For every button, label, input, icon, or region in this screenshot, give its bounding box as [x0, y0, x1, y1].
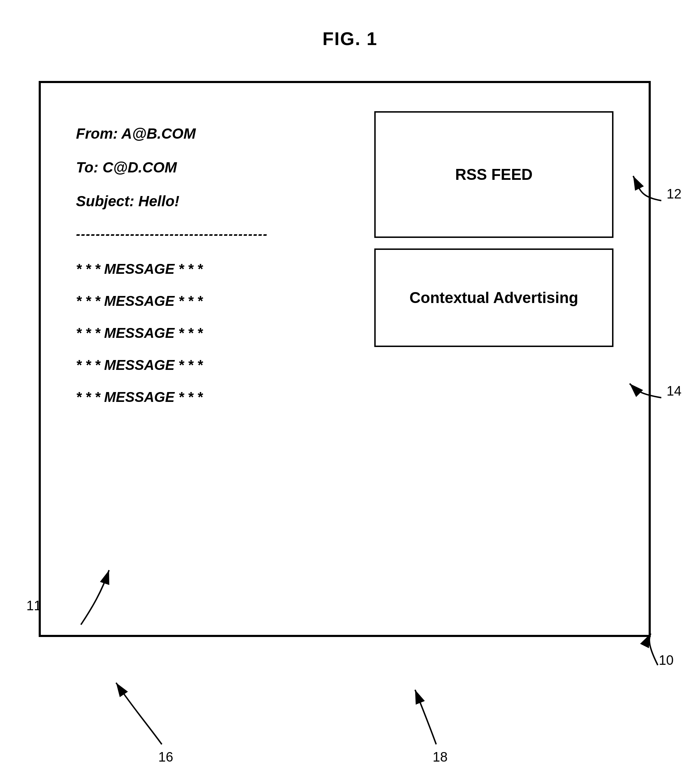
figure-title: FIG. 1 — [0, 28, 700, 49]
ref-12: 12 — [667, 187, 682, 202]
right-panels: RSS FEED Contextual Advertising — [374, 111, 613, 347]
email-subject: Subject: Hello! — [76, 193, 268, 210]
rss-feed-panel: RSS FEED — [374, 111, 613, 238]
email-client-box: From: A@B.COM To: C@D.COM Subject: Hello… — [39, 81, 651, 637]
email-to: To: C@D.COM — [76, 159, 268, 176]
message-line-5: * * * MESSAGE * * * — [76, 389, 268, 405]
email-divider: --------------------------------------- — [76, 227, 268, 242]
ref-16: 16 — [158, 749, 173, 765]
message-line-2: * * * MESSAGE * * * — [76, 293, 268, 309]
message-line-1: * * * MESSAGE * * * — [76, 261, 268, 277]
ref-14: 14 — [667, 384, 682, 399]
email-content: From: A@B.COM To: C@D.COM Subject: Hello… — [76, 125, 268, 421]
message-line-4: * * * MESSAGE * * * — [76, 357, 268, 373]
ref-10: 10 — [659, 653, 673, 668]
email-from: From: A@B.COM — [76, 125, 268, 142]
contextual-advertising-panel: Contextual Advertising — [374, 249, 613, 347]
contextual-advertising-label: Contextual Advertising — [410, 289, 578, 307]
ref-11: 11 — [27, 598, 41, 613]
ref-18: 18 — [433, 749, 447, 765]
message-line-3: * * * MESSAGE * * * — [76, 325, 268, 341]
rss-feed-label: RSS FEED — [455, 166, 533, 184]
